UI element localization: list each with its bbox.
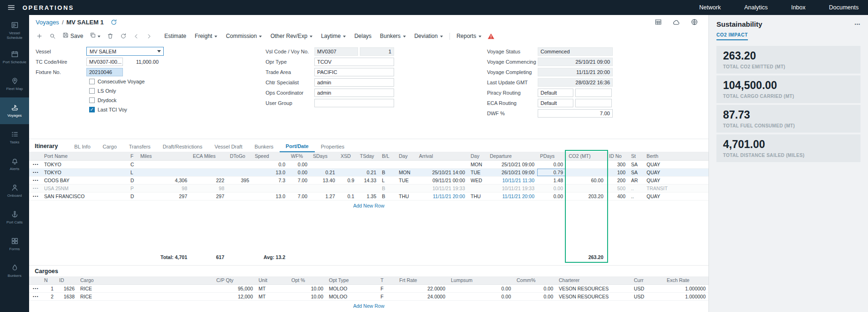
cell[interactable] [357,184,379,192]
cell[interactable]: MON [396,168,416,176]
cell[interactable]: 1626 [56,284,77,292]
cell[interactable]: L [128,168,137,176]
cell[interactable] [137,160,190,168]
cell[interactable]: QUAY [644,192,708,200]
cell[interactable] [338,253,357,261]
column-header-co2-mt[interactable]: CO2 (MT) [566,152,606,160]
column-header-charterer[interactable]: Charterer [556,276,631,284]
cell[interactable]: 10.00 [289,284,326,292]
next-button[interactable] [143,32,155,40]
cell[interactable]: 1.27 [310,192,338,200]
cell[interactable]: 7.00 [288,192,310,200]
cell[interactable]: RICE [77,284,213,292]
sidebar-item-fleet-map[interactable]: Fleet Map [0,71,29,97]
fixture-no-field[interactable]: 20210046 [86,68,123,76]
cell[interactable]: L [379,176,396,184]
cell[interactable] [288,184,310,192]
cell[interactable]: TOKYO [41,168,128,176]
cell[interactable]: 1 [41,284,56,292]
cell[interactable]: P [128,184,137,192]
tc-code-field[interactable]: MV0307-I00... [86,58,123,66]
cell[interactable]: B [379,184,396,192]
toolbar-menu-laytime[interactable]: Laytime [317,31,350,41]
column-header-xsd[interactable]: XSD [338,152,357,160]
cell[interactable]: 10/11/21 19:33 [487,184,537,192]
column-header-arrival[interactable]: Arrival [416,152,468,160]
cell[interactable]: D [128,176,137,184]
delete-button[interactable] [104,32,117,40]
cell[interactable]: 7.3 [252,176,288,184]
cell[interactable]: 263.20 [566,253,606,261]
column-header-eca-miles[interactable]: ECA Miles [190,152,227,160]
cell[interactable] [566,160,606,168]
cell[interactable] [227,160,252,168]
cell[interactable]: F [378,284,396,292]
cell[interactable]: 1.000000 [664,292,708,300]
cell[interactable]: 0.00 [288,168,310,176]
cell[interactable]: 297 [137,192,190,200]
cell[interactable]: 95,000 [213,284,256,292]
sidebar-item-vessel-schedule[interactable]: Vessel Schedule [0,17,29,44]
cell[interactable]: QUAY [644,168,708,176]
row-menu[interactable]: ••• [29,160,41,168]
column-header-miles[interactable]: Miles [137,152,190,160]
cell[interactable]: VESON RESOURCES [556,284,631,292]
topbar-link-inbox[interactable]: Inbox [791,4,806,11]
column-header-tsday[interactable]: TSday [357,152,379,160]
save-button[interactable]: Save [59,31,86,41]
validation-warning-icon[interactable] [487,33,495,40]
cell[interactable] [606,253,628,261]
cell[interactable]: 0.00 [537,184,566,192]
cell[interactable] [396,160,416,168]
cell[interactable]: 0.0 [252,160,288,168]
cell[interactable] [310,160,338,168]
cell[interactable]: .. [628,192,644,200]
sidebar-item-port-calls[interactable]: Port Calls [0,204,29,231]
panel-menu-icon[interactable]: ••• [855,22,860,27]
sync-icon[interactable] [110,19,117,26]
column-header-curr[interactable]: Curr [631,276,664,284]
toolbar-menu-bunkers[interactable]: Bunkers [376,31,410,41]
column-header-dtogo[interactable]: DToGo [227,152,252,160]
column-header-day[interactable]: Day [396,152,416,160]
refresh-button[interactable] [117,32,130,40]
hamburger-menu-icon[interactable] [0,3,23,12]
cell[interactable] [644,253,708,261]
sidebar-item-alerts[interactable]: Alerts [0,151,29,178]
form-field-user-group[interactable] [314,99,394,107]
cell[interactable]: SA [628,160,644,168]
tab-properties[interactable]: Properties [315,144,350,152]
cell[interactable]: AR [628,176,644,184]
row-menu[interactable]: ••• [29,192,41,200]
form-field-vsl-code-voy-no-1[interactable]: MV0307 [314,47,358,56]
cell[interactable]: TUE [468,168,487,176]
cell[interactable]: Avg: 13.2 [252,253,288,261]
cell[interactable]: RICE [77,292,213,300]
cell[interactable]: 0.00 [514,292,556,300]
cell[interactable]: .. [628,184,644,192]
toolbar-menu-other-rev-exp[interactable]: Other Rev/Exp [266,31,317,41]
form-field-chtr-specialist[interactable]: admin [314,78,394,87]
cell[interactable]: 617 [190,253,227,261]
form-field-piracy-routing-2[interactable] [575,89,612,97]
sidebar-item-forms[interactable]: Forms [0,231,29,258]
column-header-port-name[interactable]: Port Name [41,152,128,160]
cell[interactable]: 1638 [56,292,77,300]
cell[interactable]: 100 [606,168,628,176]
cargoes-add-row-link[interactable]: Add New Row [29,301,708,311]
checkbox-consecutive-voyage[interactable] [89,79,95,84]
column-header-frt-rate[interactable]: Frt Rate [396,276,448,284]
cell[interactable] [468,253,487,261]
cell[interactable]: C [128,160,137,168]
cell[interactable]: 98 [190,184,227,192]
toolbar-menu-reports[interactable]: Reports [452,31,486,41]
row-menu[interactable]: ••• [29,292,41,300]
cell[interactable]: THU [396,192,416,200]
cell[interactable] [537,253,566,261]
cell[interactable] [227,184,252,192]
cell[interactable] [416,253,468,261]
cell[interactable]: 4,306 [137,176,190,184]
column-header-comm[interactable]: Comm% [514,276,556,284]
form-field-voyage-completing[interactable]: 11/11/21 20:00 [538,68,613,76]
cell[interactable] [190,160,227,168]
